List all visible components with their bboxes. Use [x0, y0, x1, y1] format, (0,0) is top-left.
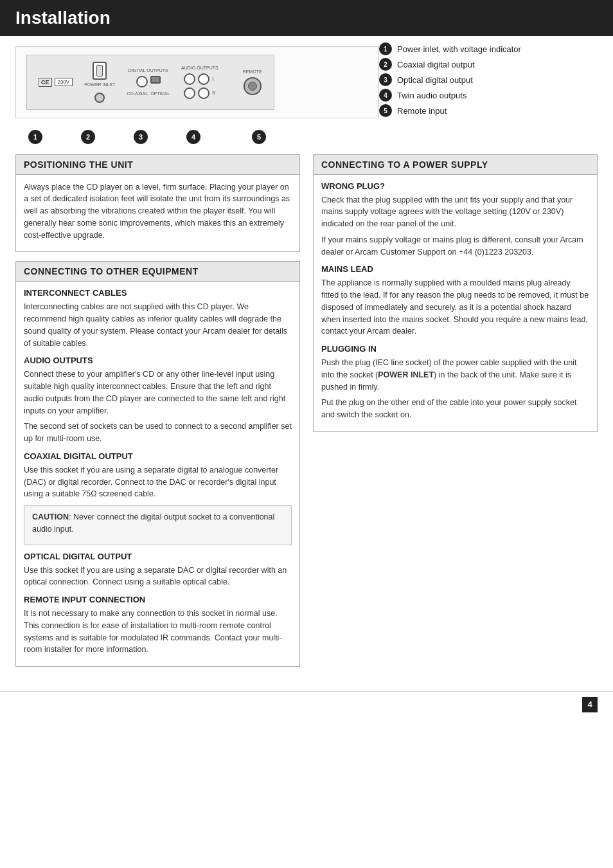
legend-text-5: Remote input: [397, 106, 447, 116]
callout-4: 4: [186, 130, 200, 144]
callout-3: 3: [134, 130, 148, 144]
legend-item-4: 4 Twin audio outputs: [379, 89, 598, 102]
power-inlet-section: POWER INLET: [84, 62, 115, 103]
ce-section: CE 230V: [39, 78, 73, 87]
callout-2: 2: [81, 130, 95, 144]
optical-port: [150, 76, 161, 84]
remote-label: REMOTE: [243, 69, 262, 75]
page-header: Installation: [0, 0, 613, 36]
digital-outputs-section: DIGITAL OUTPUTS CO-AXIAL OPTICAL: [127, 68, 170, 96]
legend-text-3: Optical digital output: [397, 75, 473, 85]
digital-outputs-label: DIGITAL OUTPUTS: [129, 68, 168, 73]
diagram-legend: 1 Power inlet, with voltage indicator 2 …: [379, 36, 598, 120]
legend-text-4: Twin audio outputs: [397, 91, 466, 100]
legend-text-1: Power inlet, with voltage indicator: [397, 44, 521, 54]
audio-out-r1: [198, 73, 209, 85]
optical-output-body: Use this socket if you are using a separ…: [24, 565, 292, 589]
remote-input-body: It is not necessary to make any connecti…: [24, 608, 292, 656]
caution-text: CAUTION: Never connect the digital outpu…: [32, 511, 283, 536]
positioning-content: Always place the CD player on a level, f…: [16, 175, 299, 252]
interconnect-subtitle: INTERCONNECT CABLES: [24, 288, 292, 298]
legend-num-5: 5: [379, 104, 392, 117]
wrong-plug-body1: Check that the plug supplied with the un…: [321, 194, 589, 230]
legend-item-2: 2 Coaxial digital output: [379, 58, 598, 71]
power-socket-inner: [96, 65, 103, 77]
page-title: Installation: [15, 8, 598, 28]
coaxial-label: CO-AXIAL: [127, 91, 148, 96]
connecting-power-section: CONNECTING TO A POWER SUPPLY WRONG PLUG?…: [313, 154, 598, 432]
optical-output-subtitle: OPTICAL DIGITAL OUTPUT: [24, 552, 292, 561]
interconnect-body: Interconnecting cables are not supplied …: [24, 301, 292, 349]
device-panel: CE 230V POWER INLET: [15, 46, 379, 118]
callout-row: 1 2 3 4 5: [15, 126, 379, 144]
positioning-body: Always place the CD player on a level, f…: [24, 181, 292, 242]
connecting-other-section: CONNECTING TO OTHER EQUIPMENT INTERCONNE…: [15, 261, 300, 667]
legend-item-3: 3 Optical digital output: [379, 73, 598, 86]
audio-outputs-body2: The second set of sockets can be used to…: [24, 420, 292, 445]
audio-out-row-1: L: [184, 73, 215, 85]
plugging-in-body2: Put the plug on the other end of the cab…: [321, 397, 589, 421]
caution-body: : Never connect the digital output socke…: [32, 512, 274, 534]
power-socket: [93, 62, 107, 80]
remote-connector: [244, 77, 262, 95]
caution-box: CAUTION: Never connect the digital outpu…: [24, 505, 292, 545]
diagram-left: CE 230V POWER INLET: [15, 36, 379, 144]
audio-outputs-subtitle: AUDIO OUTPUTS: [24, 356, 292, 365]
callout-1: 1: [28, 130, 42, 144]
coaxial-output-subtitle: COAXIAL DIGITAL OUTPUT: [24, 451, 292, 461]
wrong-plug-subtitle: WRONG PLUG?: [321, 181, 589, 191]
remote-inner: [248, 82, 257, 91]
legend-list: 1 Power inlet, with voltage indicator 2 …: [379, 42, 598, 117]
wrong-plug-body2: If your mains supply voltage or mains pl…: [321, 234, 589, 258]
optical-label: OPTICAL: [150, 91, 170, 96]
positioning-title: POSITIONING THE UNIT: [16, 155, 299, 175]
left-column: POSITIONING THE UNIT Always place the CD…: [15, 154, 300, 676]
plugging-in-body1: Push the plug (IEC line socket) of the p…: [321, 357, 589, 393]
legend-text-2: Coaxial digital output: [397, 60, 475, 69]
coaxial-connector: [136, 76, 148, 87]
digital-connector-row: [136, 76, 161, 87]
callout-5: 5: [252, 130, 266, 144]
page-num-box: 4: [582, 697, 598, 712]
connecting-other-title: CONNECTING TO OTHER EQUIPMENT: [16, 262, 299, 282]
connecting-power-title: CONNECTING TO A POWER SUPPLY: [314, 155, 597, 175]
page-number-area: 4: [0, 691, 613, 718]
two-col-layout: POSITIONING THE UNIT Always place the CD…: [15, 154, 598, 676]
mains-lead-body: The appliance is normally supplied with …: [321, 277, 589, 338]
power-knob: [94, 93, 105, 103]
audio-out-row-2: R: [184, 87, 215, 99]
plugging-in-subtitle: PLUGGING IN: [321, 344, 589, 354]
legend-num-1: 1: [379, 42, 392, 55]
diagram-container: CE 230V POWER INLET: [15, 36, 598, 144]
positioning-section: POSITIONING THE UNIT Always place the CD…: [15, 154, 300, 253]
legend-item-5: 5 Remote input: [379, 104, 598, 117]
legend-num-3: 3: [379, 73, 392, 86]
audio-outputs-section: AUDIO OUTPUTS L R: [181, 66, 218, 99]
remote-section: REMOTE: [243, 69, 262, 95]
voltage-badge: 230V: [55, 78, 73, 86]
power-inlet-label: POWER INLET: [84, 82, 115, 87]
connecting-other-content: INTERCONNECT CABLES Interconnecting cabl…: [16, 282, 299, 666]
audio-outputs-label: AUDIO OUTPUTS: [181, 66, 218, 71]
legend-item-1: 1 Power inlet, with voltage indicator: [379, 42, 598, 55]
ce-mark: CE: [39, 78, 52, 87]
legend-num-2: 2: [379, 58, 392, 71]
audio-l-label: L: [212, 77, 215, 82]
audio-out-l1: [184, 73, 195, 85]
audio-r-label: R: [212, 91, 215, 96]
rear-panel: CE 230V POWER INLET: [26, 55, 274, 110]
legend-num-4: 4: [379, 89, 392, 102]
mains-lead-subtitle: MAINS LEAD: [321, 264, 589, 274]
audio-outputs-body1: Connect these to your amplifier's CD or …: [24, 368, 292, 417]
caution-label: CAUTION: [32, 512, 69, 521]
coaxial-output-body: Use this socket if you are using a separ…: [24, 464, 292, 500]
audio-out-r2: [198, 87, 209, 99]
remote-input-subtitle: REMOTE INPUT CONNECTION: [24, 595, 292, 604]
right-column: CONNECTING TO A POWER SUPPLY WRONG PLUG?…: [313, 154, 598, 676]
connecting-power-content: WRONG PLUG? Check that the plug supplied…: [314, 175, 597, 431]
audio-out-l2: [184, 87, 195, 99]
